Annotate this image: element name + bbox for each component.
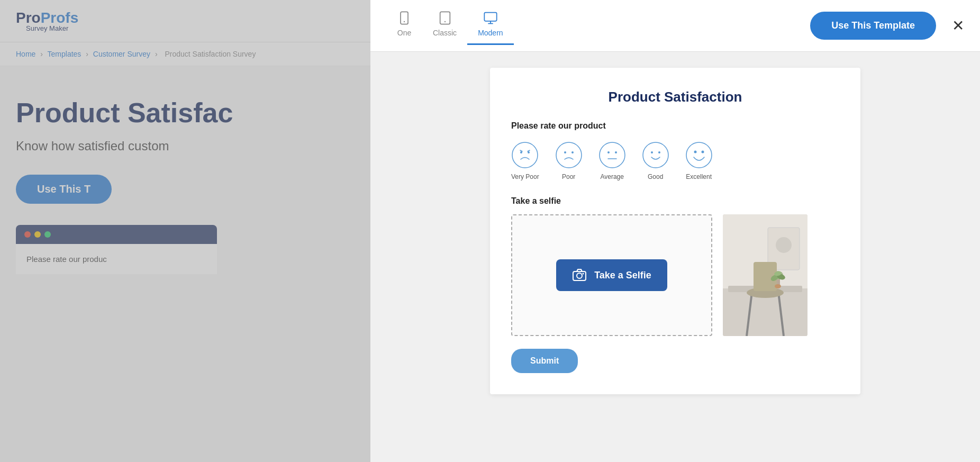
tab-modern[interactable]: Modern [467, 6, 513, 45]
svg-point-15 [615, 151, 617, 153]
svg-point-20 [686, 142, 712, 168]
svg-rect-38 [775, 285, 781, 287]
tab-classic-label: Classic [433, 29, 457, 37]
svg-point-9 [528, 151, 530, 153]
modal-body: Product Satisfaction Please rate our pro… [370, 52, 980, 462]
desktop-icon [483, 11, 498, 25]
survey-title: Product Satisfaction [511, 89, 839, 105]
preview-area: Product Satisfaction Please rate our pro… [370, 52, 980, 462]
svg-point-14 [607, 151, 610, 153]
rating-average[interactable]: Average [598, 141, 626, 180]
submit-button[interactable]: Submit [511, 349, 578, 373]
svg-point-17 [643, 142, 668, 168]
svg-point-24 [577, 273, 582, 278]
average-icon [598, 141, 626, 169]
svg-point-25 [583, 273, 584, 275]
svg-point-19 [658, 151, 660, 153]
very-poor-icon [511, 141, 539, 169]
room-illustration [723, 214, 807, 336]
background-page: ProProfs Survey Maker Home › Templates ›… [0, 0, 370, 462]
take-selfie-button[interactable]: Take a Selfie [556, 259, 667, 291]
good-icon [642, 141, 669, 169]
tab-classic[interactable]: Classic [422, 6, 467, 45]
very-poor-label: Very Poor [511, 173, 539, 180]
tab-modern-label: Modern [478, 29, 503, 37]
close-button[interactable]: ✕ [952, 19, 964, 33]
tab-one[interactable]: One [386, 6, 422, 45]
mobile-icon [397, 11, 412, 25]
device-tabs: One Classic Modern [386, 6, 514, 45]
modal-panel: One Classic Modern Use This [370, 0, 980, 462]
question1-label: Please rate our product [511, 121, 839, 131]
rating-very-poor[interactable]: Very Poor [511, 141, 539, 180]
use-template-button[interactable]: Use This Template [810, 12, 936, 40]
svg-point-8 [520, 151, 522, 153]
tab-one-label: One [397, 29, 411, 37]
rating-excellent[interactable]: Excellent [685, 141, 713, 180]
room-svg [723, 214, 807, 336]
take-selfie-label: Take a Selfie [594, 270, 651, 281]
svg-point-21 [694, 151, 696, 153]
modal-header: One Classic Modern Use This [370, 0, 980, 52]
svg-point-11 [564, 151, 566, 153]
excellent-label: Excellent [686, 173, 712, 180]
rating-poor[interactable]: Poor [555, 141, 583, 180]
camera-icon [572, 268, 587, 283]
svg-point-13 [600, 142, 625, 168]
survey-card: Product Satisfaction Please rate our pro… [490, 68, 860, 394]
average-label: Average [600, 173, 623, 180]
svg-point-22 [701, 151, 704, 153]
svg-point-7 [512, 142, 538, 168]
rating-row: Very Poor Poor [511, 141, 839, 180]
svg-point-18 [651, 151, 653, 153]
question2-label: Take a selfie [511, 196, 839, 206]
rating-good[interactable]: Good [642, 141, 669, 180]
svg-point-30 [776, 237, 792, 253]
excellent-icon [685, 141, 713, 169]
svg-rect-4 [484, 13, 496, 21]
bg-overlay [0, 0, 370, 462]
svg-point-10 [556, 142, 582, 168]
selfie-dropzone[interactable]: Take a Selfie [511, 214, 712, 336]
header-right: Use This Template ✕ [810, 12, 964, 40]
good-label: Good [648, 173, 663, 180]
tablet-icon [438, 11, 452, 25]
selfie-area: Take a Selfie [511, 214, 839, 336]
svg-point-12 [571, 151, 574, 153]
room-photo [723, 214, 807, 336]
poor-label: Poor [562, 173, 575, 180]
poor-icon [555, 141, 583, 169]
